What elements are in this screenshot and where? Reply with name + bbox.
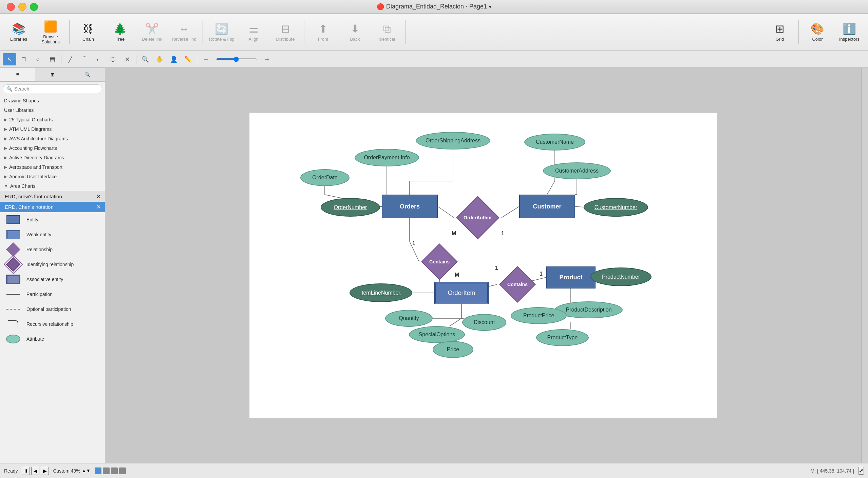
person-tool[interactable]: 👤 bbox=[167, 53, 181, 65]
shape-item-entity[interactable]: Entity bbox=[0, 212, 105, 227]
delete-link-icon: ✂️ bbox=[145, 22, 159, 35]
node-customername[interactable]: CustomerName bbox=[524, 134, 585, 151]
close-button[interactable] bbox=[7, 3, 15, 11]
expand-arrow-icon: ▶ bbox=[4, 155, 7, 160]
node-orderpaymentinfo[interactable]: OrderPayment Info bbox=[355, 149, 419, 166]
shape-item-optional-part[interactable]: Optional participation bbox=[0, 302, 105, 317]
shape-item-participation[interactable]: Participation bbox=[0, 287, 105, 302]
identical-button[interactable]: ⧉ Identical bbox=[372, 17, 402, 47]
next-page-button[interactable]: ▶ bbox=[41, 467, 49, 475]
reverse-link-button[interactable]: ↔️ Reverse link bbox=[169, 17, 199, 47]
participation-preview bbox=[5, 288, 22, 300]
front-button[interactable]: ⬆ Front bbox=[308, 17, 338, 47]
sidebar-item-android-ui[interactable]: ▶ Android User Interface bbox=[0, 172, 105, 181]
node-contains1[interactable]: Contains bbox=[419, 241, 460, 282]
tab-search[interactable]: 🔍 bbox=[70, 68, 105, 81]
node-orderauthor[interactable]: OrderAuthor bbox=[454, 194, 502, 241]
shape-item-recursive[interactable]: Recursive relationship bbox=[0, 317, 105, 332]
node-quantity[interactable]: Quantity bbox=[385, 310, 433, 327]
erd-chens-category[interactable]: ERD, Chen's notation ✕ bbox=[0, 202, 105, 212]
shape-item-associative[interactable]: Associative entity bbox=[0, 272, 105, 287]
erd-crows-foot-category[interactable]: ERD, crow's foot notation ✕ bbox=[0, 191, 105, 202]
zoom-slider[interactable] bbox=[216, 58, 257, 60]
node-orders[interactable]: Orders bbox=[382, 195, 438, 218]
sidebar-item-area-charts[interactable]: ▼ Area Charts bbox=[0, 181, 105, 191]
tree-button[interactable]: 🌲 Tree bbox=[105, 17, 135, 47]
grid-button[interactable]: ⊞ Grid bbox=[765, 17, 795, 47]
node-customeraddress[interactable]: CustomerAddress bbox=[543, 162, 611, 179]
sidebar-item-accounting[interactable]: ▶ Accounting Flowcharts bbox=[0, 143, 105, 153]
node-orderitem[interactable]: OrderItem bbox=[434, 282, 489, 304]
sidebar-item-aerospace[interactable]: ▶ Aerospace and Transport bbox=[0, 162, 105, 172]
shape-item-identifying-rel[interactable]: Identifying relationship bbox=[0, 257, 105, 272]
ellipse-tool[interactable]: ○ bbox=[31, 53, 45, 65]
rect-tool[interactable]: □ bbox=[17, 53, 31, 65]
sidebar-item-user-libraries[interactable]: User Libraries bbox=[0, 105, 105, 115]
close-path-tool[interactable]: ✕ bbox=[120, 53, 134, 65]
diagram-canvas[interactable]: M 1 1 M 1 1 Orders Customer Product Orde… bbox=[249, 113, 717, 418]
zoom-out-btn[interactable]: − bbox=[199, 53, 213, 65]
distribute-button[interactable]: ⊟ Distribute bbox=[270, 17, 301, 47]
maximize-button[interactable] bbox=[30, 3, 38, 11]
node-customer[interactable]: Customer bbox=[519, 195, 575, 218]
node-discount[interactable]: Discount bbox=[462, 314, 506, 331]
poly-tool[interactable]: ⬡ bbox=[106, 53, 120, 65]
node-itemlinenumber[interactable]: ItemLineNumber. bbox=[350, 283, 412, 302]
line-tool[interactable]: ╱ bbox=[63, 53, 77, 65]
node-productnumber[interactable]: ProductNumber bbox=[590, 267, 652, 286]
pause-button[interactable]: ⏸ bbox=[22, 467, 30, 475]
zoom-in-btn[interactable]: + bbox=[260, 53, 274, 65]
shape-item-relationship[interactable]: Relationship bbox=[0, 242, 105, 257]
delete-link-button[interactable]: ✂️ Delete link bbox=[137, 17, 167, 47]
hand-tool[interactable]: ✋ bbox=[153, 53, 166, 65]
erd-crows-foot-close[interactable]: ✕ bbox=[96, 193, 101, 200]
chain-button[interactable]: ⛓ Chain bbox=[73, 17, 103, 47]
rotate-flip-button[interactable]: 🔄 Rotate & Flip bbox=[206, 17, 237, 47]
svg-line-7 bbox=[438, 206, 454, 218]
erd-chens-close[interactable]: ✕ bbox=[96, 204, 101, 210]
bend-tool[interactable]: ⌐ bbox=[92, 53, 106, 65]
tab-list[interactable]: ≡ bbox=[0, 68, 35, 81]
shape-item-attribute[interactable]: Attribute bbox=[0, 332, 105, 346]
page-dot-4[interactable] bbox=[119, 467, 126, 474]
canvas-container[interactable]: M 1 1 M 1 1 Orders Customer Product Orde… bbox=[105, 68, 861, 463]
tab-grid[interactable]: ⊞ bbox=[35, 68, 70, 81]
page-dot-2[interactable] bbox=[103, 467, 110, 474]
prev-page-button[interactable]: ◀ bbox=[31, 467, 39, 475]
zoom-tool[interactable]: 🔍 bbox=[138, 53, 152, 65]
align-button[interactable]: ⚌ Align bbox=[238, 17, 269, 47]
node-productprice[interactable]: ProductPrice bbox=[511, 307, 567, 324]
sidebar-item-drawing-shapes[interactable]: Drawing Shapes bbox=[0, 96, 105, 105]
node-product[interactable]: Product bbox=[546, 266, 596, 288]
zoom-control: Custom 49% ▲▼ bbox=[53, 468, 91, 474]
browse-solutions-button[interactable]: 🟧 Browse Solutions bbox=[35, 17, 66, 47]
zoom-dropdown-button[interactable]: ▲▼ bbox=[82, 468, 91, 473]
fullscreen-button[interactable]: ⤢ bbox=[858, 467, 864, 475]
libraries-button[interactable]: 📚 Libraries bbox=[3, 17, 34, 47]
page-dot-1[interactable] bbox=[95, 467, 101, 474]
inspectors-button[interactable]: ℹ️ Inspectors bbox=[834, 17, 865, 47]
curve-tool[interactable]: ⌒ bbox=[78, 53, 91, 65]
brush-tool[interactable]: ✏️ bbox=[181, 53, 195, 65]
dropdown-arrow-icon[interactable]: ▾ bbox=[489, 4, 491, 9]
shape-item-weak-entity[interactable]: Weak entity bbox=[0, 227, 105, 242]
color-button[interactable]: 🎨 Color bbox=[802, 17, 833, 47]
node-ordershippingaddress[interactable]: OrderShippingAddress bbox=[416, 132, 490, 150]
sidebar-item-atm-uml[interactable]: ▶ ATM UML Diagrams bbox=[0, 124, 105, 134]
sidebar-item-active-dir[interactable]: ▶ Active Directory Diagrams bbox=[0, 153, 105, 162]
page-dot-3[interactable] bbox=[111, 467, 118, 474]
sidebar-item-25-orgcharts[interactable]: ▶ 25 Typical Orgcharts bbox=[0, 115, 105, 124]
minimize-button[interactable] bbox=[18, 3, 26, 11]
node-contains2[interactable]: Contains bbox=[497, 264, 538, 305]
search-input[interactable] bbox=[14, 86, 98, 92]
sidebar-item-aws-arch[interactable]: ▶ AWS Architecture Diagrams bbox=[0, 134, 105, 143]
node-ordernumber[interactable]: OrderNumber bbox=[321, 198, 380, 217]
node-customernumber[interactable]: CustomerNumber bbox=[584, 198, 648, 217]
node-orderdate[interactable]: OrderDate bbox=[300, 169, 350, 186]
back-button[interactable]: ⬇ Back bbox=[340, 17, 370, 47]
node-price[interactable]: Price bbox=[433, 341, 473, 358]
node-producttype[interactable]: ProductType bbox=[536, 329, 589, 346]
table-tool[interactable]: ▤ bbox=[45, 53, 59, 65]
cursor-tool[interactable]: ↖ bbox=[3, 53, 16, 65]
node-specialoptions[interactable]: SpecialOptions bbox=[409, 326, 465, 343]
